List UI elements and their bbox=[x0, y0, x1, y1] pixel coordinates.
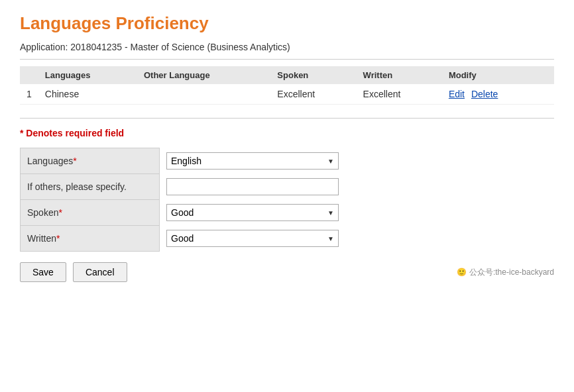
form-row-written: Written* Good Excellent Fair Poor bbox=[21, 226, 346, 252]
col-num bbox=[20, 66, 38, 84]
col-modify: Modify bbox=[442, 66, 554, 84]
button-row: Save Cancel 🙂 公众号:the-ice-backyard bbox=[20, 262, 554, 282]
languages-table-section: Languages Other Language Spoken Written … bbox=[20, 66, 554, 105]
edit-link[interactable]: Edit bbox=[449, 89, 465, 99]
others-label: If others, please specify. bbox=[21, 174, 160, 200]
application-info: Application: 2018041235 - Master of Scie… bbox=[20, 42, 554, 60]
row-modify: Edit Delete bbox=[442, 84, 554, 105]
section-divider bbox=[20, 118, 554, 119]
col-written: Written bbox=[357, 66, 442, 84]
page-title: Languages Proficiency bbox=[20, 13, 554, 34]
written-select-wrapper: Good Excellent Fair Poor bbox=[166, 230, 339, 247]
watermark-icon: 🙂 bbox=[457, 268, 467, 277]
language-label: Languages* bbox=[21, 148, 160, 174]
save-button[interactable]: Save bbox=[20, 262, 66, 282]
watermark-text: 公众号:the-ice-backyard bbox=[469, 267, 554, 278]
spoken-control-cell: Good Excellent Fair Poor bbox=[160, 200, 346, 226]
row-number: 1 bbox=[20, 84, 38, 105]
languages-table: Languages Other Language Spoken Written … bbox=[20, 66, 554, 105]
cancel-button[interactable]: Cancel bbox=[73, 262, 127, 282]
row-written: Excellent bbox=[357, 84, 442, 105]
written-select[interactable]: Good Excellent Fair Poor bbox=[166, 230, 339, 247]
spoken-label: Spoken* bbox=[21, 200, 160, 226]
row-other-language bbox=[137, 84, 270, 105]
table-header-row: Languages Other Language Spoken Written … bbox=[20, 66, 554, 84]
written-control-cell: Good Excellent Fair Poor bbox=[160, 226, 346, 252]
language-select-wrapper: English Chinese French German Spanish Ja… bbox=[166, 152, 339, 170]
col-other-language: Other Language bbox=[137, 66, 270, 84]
watermark: 🙂 公众号:the-ice-backyard bbox=[457, 267, 554, 278]
form-table: Languages* English Chinese French German… bbox=[20, 148, 346, 252]
table-row: 1 Chinese Excellent Excellent Edit Delet… bbox=[20, 84, 554, 105]
language-required-star: * bbox=[73, 156, 76, 166]
language-select[interactable]: English Chinese French German Spanish Ja… bbox=[166, 152, 339, 170]
language-control-cell: English Chinese French German Spanish Ja… bbox=[160, 148, 346, 174]
form-section: * Denotes required field Languages* Engl… bbox=[20, 128, 554, 282]
form-row-spoken: Spoken* Good Excellent Fair Poor bbox=[21, 200, 346, 226]
delete-link[interactable]: Delete bbox=[471, 89, 498, 99]
spoken-select-wrapper: Good Excellent Fair Poor bbox=[166, 204, 339, 221]
written-required-star: * bbox=[56, 233, 60, 244]
form-row-language: Languages* English Chinese French German… bbox=[21, 148, 346, 174]
written-label: Written* bbox=[21, 226, 160, 252]
others-control-cell bbox=[160, 174, 346, 200]
required-note: * Denotes required field bbox=[20, 128, 554, 138]
spoken-select[interactable]: Good Excellent Fair Poor bbox=[166, 204, 339, 221]
spoken-required-star: * bbox=[58, 207, 62, 218]
form-row-others: If others, please specify. bbox=[21, 174, 346, 200]
col-languages: Languages bbox=[38, 66, 137, 84]
row-language: Chinese bbox=[38, 84, 137, 105]
row-spoken: Excellent bbox=[270, 84, 356, 105]
others-input[interactable] bbox=[166, 178, 339, 195]
col-spoken: Spoken bbox=[270, 66, 356, 84]
